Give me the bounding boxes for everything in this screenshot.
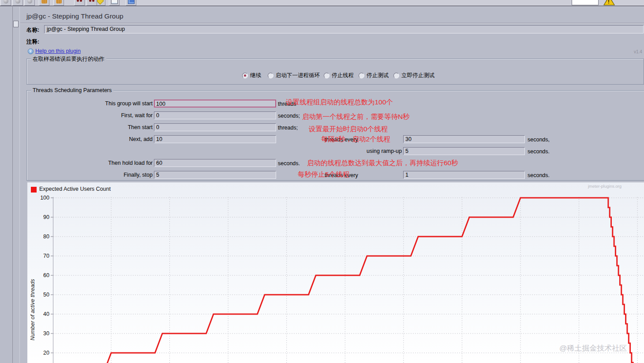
param-label: Finally, stop bbox=[27, 172, 153, 178]
toolbar-button-1[interactable] bbox=[12, 0, 23, 6]
y-axis-label: Number of active threads bbox=[30, 279, 36, 341]
series-line bbox=[104, 198, 637, 363]
param-input[interactable]: 5 bbox=[154, 171, 276, 179]
radio-label: 停止线程 bbox=[332, 72, 354, 79]
title-separator bbox=[20, 23, 644, 23]
radio-label: 停止测试 bbox=[367, 72, 389, 79]
toolbar-button-0[interactable] bbox=[0, 0, 11, 6]
expected-users-chart: jmeter-plugins.org @稀土掘金技术社区 Expected Ac… bbox=[27, 182, 644, 363]
param-label: Next, add bbox=[27, 136, 153, 142]
radio-icon[interactable] bbox=[393, 73, 399, 78]
toolbar: ! bbox=[0, 0, 644, 6]
svg-text:90: 90 bbox=[43, 214, 49, 220]
param-input[interactable]: 60 bbox=[154, 159, 276, 167]
cherries-icon bbox=[77, 0, 82, 3]
gray-ball-icon bbox=[15, 0, 20, 4]
help-plugin-link[interactable]: Help on this plugin bbox=[35, 48, 81, 54]
param-label: First, wait for bbox=[27, 112, 153, 119]
toolbar-button-3[interactable] bbox=[39, 0, 49, 6]
radio-option-1[interactable]: 启动下一进程循环 bbox=[268, 72, 320, 79]
svg-text:40: 40 bbox=[43, 311, 49, 317]
cut-orange-icon bbox=[41, 0, 47, 4]
radio-label: 立即停止测试 bbox=[401, 72, 434, 79]
toolbar-button-6[interactable] bbox=[86, 0, 97, 6]
param-unit-2: seconds, bbox=[528, 137, 550, 143]
radio-icon[interactable] bbox=[242, 73, 248, 78]
info-icon bbox=[28, 48, 34, 54]
toolbar-button-5[interactable] bbox=[74, 0, 85, 6]
plugin-version-label: v1.4 bbox=[634, 49, 642, 54]
main-panel-edge bbox=[19, 7, 20, 363]
radio-option-3[interactable]: 停止测试 bbox=[359, 72, 389, 79]
chart-plot: 2030405060708090100Number of active thre… bbox=[27, 182, 644, 363]
cherries-icon bbox=[89, 0, 95, 3]
comments-label: 注释: bbox=[26, 38, 39, 46]
svg-text:80: 80 bbox=[43, 233, 49, 240]
annotation-text-5: 每秒停止5个线程 bbox=[298, 170, 349, 179]
param-input-2[interactable]: 1 bbox=[403, 171, 525, 179]
page-title: jp@gc - Stepping Thread Group bbox=[26, 12, 124, 20]
lemon-icon bbox=[97, 0, 104, 4]
radio-icon[interactable] bbox=[324, 73, 329, 78]
toolbar-button-4[interactable] bbox=[53, 0, 64, 6]
param-unit: threads; bbox=[278, 125, 298, 131]
toolbar-button-8[interactable] bbox=[109, 0, 120, 6]
param-label: Then hold load for bbox=[27, 160, 153, 166]
radio-label: 启动下一进程循环 bbox=[276, 72, 320, 79]
svg-text:50: 50 bbox=[43, 292, 49, 298]
annotation-text-2: 设置最开始时启动0个线程 bbox=[309, 125, 388, 134]
scheduling-group-title: Threads Scheduling Parameters bbox=[31, 87, 113, 93]
toolbar-button-2[interactable] bbox=[24, 0, 35, 6]
annotation-text-0: 设置线程组启动的线程总数为100个 bbox=[286, 98, 393, 107]
radio-label: 继续 bbox=[250, 72, 261, 79]
param-input-2[interactable]: 5 bbox=[403, 147, 525, 155]
radio-icon[interactable] bbox=[359, 73, 364, 78]
toolbar-counter-field[interactable] bbox=[572, 0, 599, 5]
param-input[interactable]: 0 bbox=[154, 123, 276, 131]
comments-field[interactable] bbox=[44, 37, 644, 45]
param-unit: seconds; bbox=[278, 113, 300, 119]
param-label: using ramp-up bbox=[27, 148, 402, 154]
param-input[interactable]: 10 bbox=[154, 135, 276, 143]
param-label: Then start bbox=[27, 124, 153, 130]
radio-option-2[interactable]: 停止线程 bbox=[324, 72, 354, 79]
param-input[interactable]: 0 bbox=[154, 111, 276, 119]
tree-panel-divider[interactable] bbox=[12, 7, 13, 363]
error-action-group-title: 在取样器错误后要执行的动作 bbox=[31, 56, 106, 63]
annotation-text-1: 启动第一个线程之前，需要等待N秒 bbox=[302, 112, 410, 122]
param-unit: seconds. bbox=[278, 160, 300, 167]
param-label: This group will start bbox=[27, 100, 153, 107]
name-label: 名称: bbox=[26, 26, 39, 34]
svg-text:60: 60 bbox=[43, 272, 49, 278]
error-action-groupbox: 在取样器错误后要执行的动作 继续启动下一进程循环停止线程停止测试立即停止测试 bbox=[26, 59, 644, 85]
gray-ball-icon bbox=[27, 0, 32, 4]
plugin-blue-icon bbox=[128, 0, 135, 4]
param-unit-2: seconds. bbox=[528, 148, 550, 155]
svg-text:30: 30 bbox=[43, 330, 49, 337]
annotation-text-4: 启动的线程总数达到最大值之后，再持续运行60秒 bbox=[307, 159, 458, 168]
clipboard-icon bbox=[111, 0, 118, 4]
warning-icon-bang: ! bbox=[608, 0, 610, 4]
name-field[interactable]: jp@gc - Stepping Thread Group bbox=[44, 25, 644, 33]
param-unit-2: seconds. bbox=[528, 172, 550, 178]
param-input-2[interactable]: 30 bbox=[403, 135, 525, 143]
gray-ball-icon bbox=[4, 0, 8, 4]
cut-orange-icon bbox=[56, 0, 62, 4]
tree-collapsed-node[interactable] bbox=[13, 21, 19, 27]
radio-option-0[interactable]: 继续 bbox=[242, 72, 261, 79]
svg-text:20: 20 bbox=[43, 350, 49, 356]
toolbar-button-9[interactable] bbox=[126, 0, 136, 6]
radio-icon[interactable] bbox=[268, 73, 273, 78]
radio-option-4[interactable]: 立即停止测试 bbox=[393, 72, 434, 79]
jmeter-window: ! jp@gc - Stepping Thread Group 名称: jp@g… bbox=[0, 0, 644, 363]
param-input[interactable]: 100 bbox=[154, 100, 276, 107]
annotation-text-3: 每隔2秒，启动2个线程 bbox=[321, 135, 390, 144]
svg-text:70: 70 bbox=[43, 253, 49, 259]
svg-text:100: 100 bbox=[40, 195, 49, 201]
